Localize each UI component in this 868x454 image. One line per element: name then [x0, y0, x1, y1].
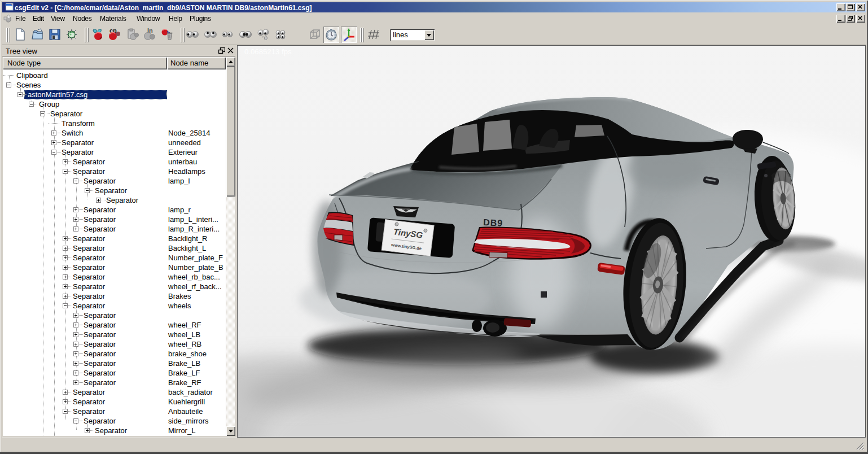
svg-text:DB9: DB9	[483, 217, 503, 228]
svg-text:0.0685213 fps: 0.0685213 fps	[244, 47, 292, 56]
